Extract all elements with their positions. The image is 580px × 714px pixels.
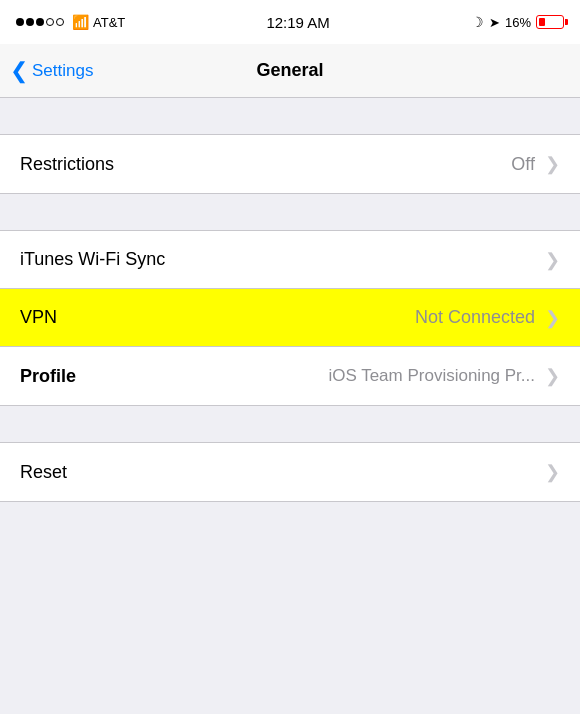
battery-percent: 16%: [505, 15, 531, 30]
battery-icon: [536, 15, 564, 29]
vpn-value: Not Connected: [415, 307, 535, 328]
status-time: 12:19 AM: [266, 14, 329, 31]
restrictions-row[interactable]: Restrictions Off ❯: [0, 135, 580, 193]
page-title: General: [256, 60, 323, 81]
network-section: iTunes Wi-Fi Sync ❯ VPN Not Connected ❯ …: [0, 230, 580, 406]
dot3: [36, 18, 44, 26]
back-button[interactable]: ❮ Settings: [10, 60, 93, 82]
chevron-right-icon: ❯: [545, 249, 560, 271]
profile-label: Profile: [20, 366, 76, 387]
reset-row[interactable]: Reset ❯: [0, 443, 580, 501]
nav-bar: ❮ Settings General: [0, 44, 580, 98]
itunes-wifi-sync-row[interactable]: iTunes Wi-Fi Sync ❯: [0, 231, 580, 289]
profile-row[interactable]: Profile iOS Team Provisioning Pr... ❯: [0, 347, 580, 405]
dot5: [56, 18, 64, 26]
back-chevron-icon: ❮: [10, 60, 28, 82]
section-separator-1: [0, 98, 580, 134]
status-left: 📶 AT&T: [16, 14, 125, 30]
section-separator-2: [0, 194, 580, 230]
chevron-right-icon: ❯: [545, 461, 560, 483]
profile-value: iOS Team Provisioning Pr...: [328, 366, 535, 386]
content: Restrictions Off ❯ iTunes Wi-Fi Sync ❯ V…: [0, 98, 580, 502]
restrictions-label: Restrictions: [20, 154, 114, 175]
chevron-right-icon: ❯: [545, 153, 560, 175]
chevron-right-icon: ❯: [545, 365, 560, 387]
reset-section: Reset ❯: [0, 442, 580, 502]
vpn-label: VPN: [20, 307, 57, 328]
chevron-right-icon: ❯: [545, 307, 560, 329]
back-label: Settings: [32, 61, 93, 81]
carrier-label: AT&T: [93, 15, 125, 30]
dot1: [16, 18, 24, 26]
section-separator-3: [0, 406, 580, 442]
reset-label: Reset: [20, 462, 67, 483]
restrictions-section: Restrictions Off ❯: [0, 134, 580, 194]
itunes-wifi-sync-label: iTunes Wi-Fi Sync: [20, 249, 165, 270]
dot4: [46, 18, 54, 26]
dot2: [26, 18, 34, 26]
status-bar: 📶 AT&T 12:19 AM ☽ ➤ 16%: [0, 0, 580, 44]
wifi-icon: 📶: [72, 14, 89, 30]
signal-icon: [16, 18, 64, 26]
status-right: ☽ ➤ 16%: [471, 14, 564, 30]
vpn-row[interactable]: VPN Not Connected ❯: [0, 289, 580, 347]
moon-icon: ☽: [471, 14, 484, 30]
location-icon: ➤: [489, 15, 500, 30]
restrictions-value: Off: [511, 154, 535, 175]
